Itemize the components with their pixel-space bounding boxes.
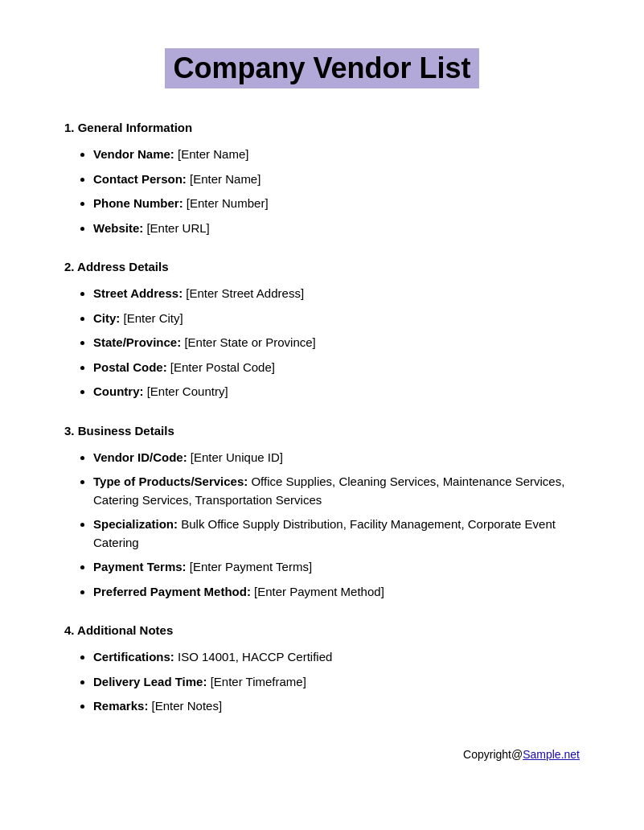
- section-general-information: 1. General InformationVendor Name: [Ente…: [64, 121, 580, 237]
- section-business-details: 3. Business DetailsVendor ID/Code: [Ente…: [64, 424, 580, 602]
- list-item: Certifications: ISO 14001, HACCP Certifi…: [93, 648, 580, 667]
- item-label: Country:: [93, 384, 147, 398]
- item-label: Preferred Payment Method:: [93, 585, 254, 598]
- item-label: State/Province:: [93, 335, 184, 349]
- item-value: [Enter Payment Terms]: [190, 560, 312, 573]
- item-value: [Enter Name]: [178, 147, 248, 161]
- item-value: [Enter Country]: [147, 384, 228, 398]
- item-label: Street Address:: [93, 286, 186, 300]
- item-value: ISO 14001, HACCP Certified: [178, 650, 332, 664]
- list-item: Country: [Enter Country]: [93, 383, 580, 401]
- footer-link-text: Sample.net: [523, 748, 580, 761]
- list-item: Delivery Lead Time: [Enter Timeframe]: [93, 673, 580, 692]
- item-label: Website:: [93, 221, 146, 235]
- copyright-text: Copyright@: [463, 748, 523, 761]
- list-item: Contact Person: [Enter Name]: [93, 171, 580, 189]
- item-label: Certifications:: [93, 650, 178, 664]
- list-item: State/Province: [Enter State or Province…: [93, 334, 580, 352]
- item-value: [Enter Unique ID]: [191, 450, 283, 464]
- sections-container: 1. General InformationVendor Name: [Ente…: [64, 121, 580, 716]
- item-value: [Enter Notes]: [152, 699, 223, 713]
- section-additional-notes: 4. Additional NotesCertifications: ISO 1…: [64, 623, 580, 716]
- footer: Copyright@Sample.net: [64, 748, 580, 761]
- section-list-address-details: Street Address: [Enter Street Address]Ci…: [64, 285, 580, 401]
- page-title: Company Vendor List: [165, 48, 478, 88]
- item-label: Specialization:: [93, 517, 181, 531]
- list-item: Street Address: [Enter Street Address]: [93, 285, 580, 303]
- item-label: City:: [93, 311, 124, 325]
- list-item: Vendor ID/Code: [Enter Unique ID]: [93, 449, 580, 467]
- item-label: Payment Terms:: [93, 560, 190, 573]
- item-label: Remarks:: [93, 699, 152, 713]
- list-item: Specialization: Bulk Office Supply Distr…: [93, 516, 580, 552]
- section-heading-business-details: 3. Business Details: [64, 424, 580, 438]
- item-label: Type of Products/Services:: [93, 475, 251, 488]
- section-heading-general-information: 1. General Information: [64, 121, 580, 134]
- item-label: Phone Number:: [93, 196, 187, 210]
- section-list-additional-notes: Certifications: ISO 14001, HACCP Certifi…: [64, 648, 580, 716]
- item-value: [Enter Timeframe]: [211, 675, 306, 688]
- list-item: Phone Number: [Enter Number]: [93, 195, 580, 213]
- item-label: Delivery Lead Time:: [93, 675, 211, 688]
- item-value: [Enter Postal Code]: [170, 360, 275, 374]
- item-label: Postal Code:: [93, 360, 170, 374]
- item-value: [Enter Name]: [190, 172, 260, 186]
- section-list-general-information: Vendor Name: [Enter Name]Contact Person:…: [64, 146, 580, 237]
- item-value: [Enter URL]: [146, 221, 209, 235]
- item-value: [Enter Payment Method]: [254, 585, 384, 598]
- list-item: Postal Code: [Enter Postal Code]: [93, 359, 580, 377]
- section-heading-address-details: 2. Address Details: [64, 260, 580, 273]
- footer-link[interactable]: Sample.net: [523, 748, 580, 761]
- list-item: Vendor Name: [Enter Name]: [93, 146, 580, 164]
- item-label: Vendor ID/Code:: [93, 450, 191, 464]
- page-title-container: Company Vendor List: [64, 48, 580, 88]
- list-item: Payment Terms: [Enter Payment Terms]: [93, 558, 580, 577]
- item-value: [Enter State or Province]: [184, 335, 315, 349]
- item-value: [Enter City]: [124, 311, 183, 325]
- item-label: Vendor Name:: [93, 147, 178, 161]
- item-value: [Enter Number]: [187, 196, 269, 210]
- list-item: Remarks: [Enter Notes]: [93, 697, 580, 716]
- list-item: Preferred Payment Method: [Enter Payment…: [93, 583, 580, 602]
- item-label: Contact Person:: [93, 172, 190, 186]
- section-address-details: 2. Address DetailsStreet Address: [Enter…: [64, 260, 580, 401]
- list-item: Type of Products/Services: Office Suppli…: [93, 473, 580, 509]
- list-item: Website: [Enter URL]: [93, 220, 580, 238]
- section-heading-additional-notes: 4. Additional Notes: [64, 623, 580, 637]
- list-item: City: [Enter City]: [93, 310, 580, 328]
- section-list-business-details: Vendor ID/Code: [Enter Unique ID]Type of…: [64, 449, 580, 602]
- item-value: [Enter Street Address]: [186, 286, 304, 300]
